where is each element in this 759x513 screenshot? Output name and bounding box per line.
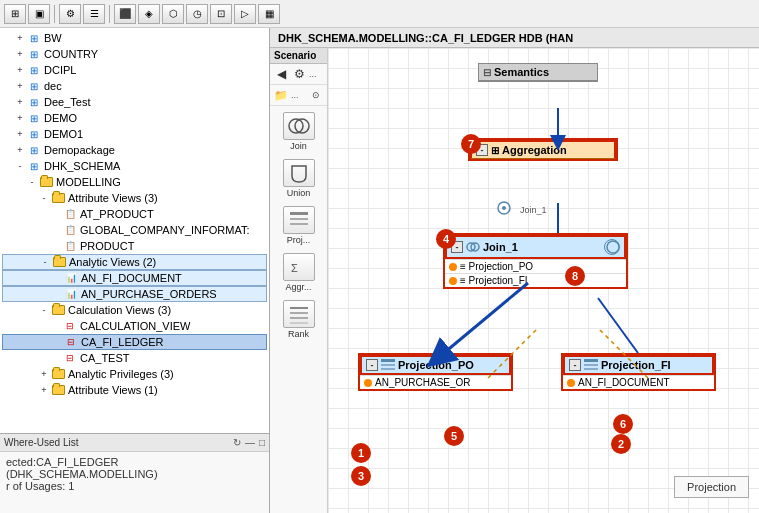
toggle[interactable]: + bbox=[14, 113, 26, 123]
toggle[interactable]: + bbox=[14, 49, 26, 59]
nav-settings-btn[interactable]: ⚙ bbox=[291, 66, 307, 82]
toolbar-btn-10[interactable]: ▷ bbox=[234, 4, 256, 24]
nav-folder-btn[interactable]: 📁 bbox=[273, 87, 289, 103]
minimize-icon[interactable]: — bbox=[245, 437, 255, 448]
rank-label: Rank bbox=[288, 329, 309, 339]
tree-item-dec[interactable]: + ⊞ dec bbox=[2, 78, 267, 94]
join-connector[interactable] bbox=[604, 239, 620, 255]
svg-rect-7 bbox=[290, 312, 308, 314]
svg-rect-2 bbox=[290, 212, 308, 215]
tree-item-calculation-view[interactable]: ⊟ CALCULATION_VIEW bbox=[2, 318, 267, 334]
tree-item-an-purchase-orders[interactable]: 📊 AN_PURCHASE_ORDERS bbox=[2, 286, 267, 302]
tree-item-attr-views[interactable]: - Attribute Views (3) bbox=[2, 190, 267, 206]
folder-icon bbox=[38, 175, 54, 189]
tree-item-ca-fi-ledger[interactable]: ⊟ CA_FI_LEDGER bbox=[2, 334, 267, 350]
toolbar-btn-3[interactable]: ⚙ bbox=[59, 4, 81, 24]
tree-item-product[interactable]: 📋 PRODUCT bbox=[2, 238, 267, 254]
toggle[interactable]: - bbox=[38, 305, 50, 315]
toolbar-btn-1[interactable]: ⊞ bbox=[4, 4, 26, 24]
tree-item-demopackage[interactable]: + ⊞ Demopackage bbox=[2, 142, 267, 158]
tree-label: AN_FI_DOCUMENT bbox=[81, 272, 182, 284]
toggle[interactable]: - bbox=[14, 161, 26, 171]
toggle[interactable]: + bbox=[14, 81, 26, 91]
tree-item-calc-views[interactable]: - Calculation Views (3) bbox=[2, 302, 267, 318]
join1-node[interactable]: - Join_1 ≡ Projection_PO ≡ Projection_FI bbox=[443, 233, 628, 289]
semantics-node[interactable]: ⊟ Semantics bbox=[478, 63, 598, 82]
tool-join[interactable]: Join bbox=[274, 110, 323, 153]
svg-rect-3 bbox=[290, 218, 308, 220]
tree-item-dcipl[interactable]: + ⊞ DCIPL bbox=[2, 62, 267, 78]
maximize-icon[interactable]: □ bbox=[259, 437, 265, 448]
aggregation-node[interactable]: - ⊞ Aggregation bbox=[468, 138, 618, 161]
toolbar: ⊞ ▣ ⚙ ☰ ⬛ ◈ ⬡ ◷ ⊡ ▷ ▦ bbox=[0, 0, 759, 28]
toggle[interactable]: + bbox=[14, 33, 26, 43]
toggle[interactable]: + bbox=[14, 129, 26, 139]
toolbar-btn-7[interactable]: ⬡ bbox=[162, 4, 184, 24]
tree-item-analytic-views[interactable]: - Analytic Views (2) bbox=[2, 254, 267, 270]
tree-item-demo1[interactable]: + ⊞ DEMO1 bbox=[2, 126, 267, 142]
tree-item-dee-test[interactable]: + ⊞ Dee_Test bbox=[2, 94, 267, 110]
toggle[interactable]: + bbox=[14, 65, 26, 75]
calc-icon: ⊟ bbox=[62, 319, 78, 333]
tree-item-ca-test[interactable]: ⊟ CA_TEST bbox=[2, 350, 267, 366]
refresh-icon[interactable]: ↻ bbox=[233, 437, 241, 448]
db-icon: ⊞ bbox=[26, 159, 42, 173]
tool-union[interactable]: Union bbox=[274, 157, 323, 200]
tool-aggr[interactable]: Σ Aggr... bbox=[274, 251, 323, 294]
toggle[interactable]: + bbox=[38, 385, 50, 395]
tree-label: Demopackage bbox=[44, 144, 115, 156]
folder-icon bbox=[50, 367, 66, 381]
toolbar-btn-4[interactable]: ☰ bbox=[83, 4, 105, 24]
expand-btn[interactable]: - bbox=[366, 359, 378, 371]
tool-proj[interactable]: Proj... bbox=[274, 204, 323, 247]
nav-back-btn[interactable]: ◀ bbox=[273, 66, 289, 82]
semantics-icon: ⊟ bbox=[483, 67, 491, 78]
db-icon: ⊞ bbox=[26, 143, 42, 157]
tree-item-dhk-schema[interactable]: - ⊞ DHK_SCHEMA bbox=[2, 158, 267, 174]
svg-rect-8 bbox=[290, 317, 308, 319]
toolbar-btn-5[interactable]: ⬛ bbox=[114, 4, 136, 24]
dot-orange bbox=[567, 379, 575, 387]
union-label: Union bbox=[287, 188, 311, 198]
db-icon: ⊞ bbox=[26, 127, 42, 141]
tool-rank[interactable]: Rank bbox=[274, 298, 323, 341]
toggle[interactable]: - bbox=[26, 177, 38, 187]
toggle[interactable]: + bbox=[14, 97, 26, 107]
nav-more-btn[interactable]: ⊙ bbox=[308, 87, 324, 103]
svg-rect-4 bbox=[290, 223, 308, 225]
semantics-label: Semantics bbox=[494, 66, 549, 78]
toolbar-btn-8[interactable]: ◷ bbox=[186, 4, 208, 24]
projection-fi-node[interactable]: - Projection_FI AN_FI_DOCUMENT bbox=[561, 353, 716, 391]
toggle[interactable]: - bbox=[38, 193, 50, 203]
tree-item-bw[interactable]: + ⊞ BW bbox=[2, 30, 267, 46]
toggle[interactable]: - bbox=[39, 257, 51, 267]
toggle[interactable]: + bbox=[38, 369, 50, 379]
tree-item-modelling[interactable]: - MODELLING bbox=[2, 174, 267, 190]
svg-line-12 bbox=[598, 298, 638, 353]
an-purchase-label: AN_PURCHASE_OR bbox=[375, 377, 471, 388]
tree-label: DCIPL bbox=[44, 64, 76, 76]
toggle[interactable]: + bbox=[14, 145, 26, 155]
toggle bbox=[51, 337, 63, 347]
tree-item-global-company[interactable]: 📋 GLOBAL_COMPANY_INFORMAT: bbox=[2, 222, 267, 238]
tree-item-demo[interactable]: + ⊞ DEMO bbox=[2, 110, 267, 126]
tree-item-analytic-priv[interactable]: + Analytic Privileges (3) bbox=[2, 366, 267, 382]
join-label: Join bbox=[290, 141, 307, 151]
tree-item-attr-views2[interactable]: + Attribute Views (1) bbox=[2, 382, 267, 398]
tree-item-country[interactable]: + ⊞ COUNTRY bbox=[2, 46, 267, 62]
tree-scroll[interactable]: + ⊞ BW + ⊞ COUNTRY + ⊞ DCIPL bbox=[0, 28, 269, 433]
diagram-canvas[interactable]: ⊟ Semantics Join_1 - ⊞ Aggregation bbox=[328, 48, 759, 513]
toolbar-btn-2[interactable]: ▣ bbox=[28, 4, 50, 24]
aggregation-icon: ⊞ bbox=[491, 145, 499, 156]
expand-btn[interactable]: - bbox=[569, 359, 581, 371]
tree-label: BW bbox=[44, 32, 62, 44]
tree-item-at-product[interactable]: 📋 AT_PRODUCT bbox=[2, 206, 267, 222]
toolbar-btn-9[interactable]: ⊡ bbox=[210, 4, 232, 24]
bottom-tab-icons: ↻ — □ bbox=[233, 437, 265, 448]
toolbar-btn-11[interactable]: ▦ bbox=[258, 4, 280, 24]
where-used-tab[interactable]: Where-Used List bbox=[4, 437, 78, 448]
toolbar-btn-6[interactable]: ◈ bbox=[138, 4, 160, 24]
projection-po-node[interactable]: - Projection_PO AN_PURCHASE_OR bbox=[358, 353, 513, 391]
tree-item-an-fi-document[interactable]: 📊 AN_FI_DOCUMENT bbox=[2, 270, 267, 286]
tree-label: Attribute Views (3) bbox=[68, 192, 158, 204]
